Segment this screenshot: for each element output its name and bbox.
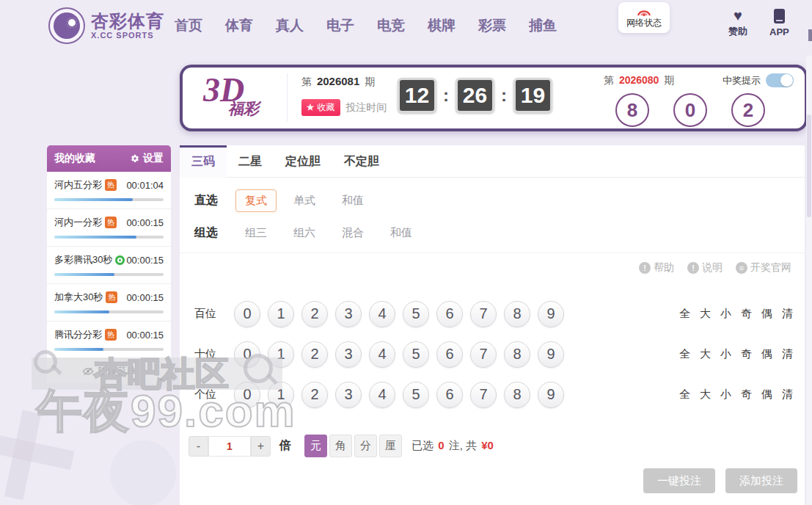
number-ball[interactable]: 5 [403,341,429,368]
toggle-knob [780,74,793,87]
win-tip-toggle[interactable] [766,73,794,87]
number-ball[interactable]: 3 [335,341,362,368]
quick-big[interactable]: 大 [700,347,711,361]
quick-even[interactable]: 偶 [761,347,772,361]
multiplier-decrease-button[interactable]: - [189,436,208,457]
number-ball[interactable]: 8 [504,341,530,368]
quick-clear[interactable]: 清 [782,347,793,361]
app-label: APP [769,26,789,37]
quick-even[interactable]: 偶 [761,307,772,321]
number-ball[interactable]: 4 [369,301,395,327]
number-ball[interactable]: 1 [268,341,294,368]
option-fushi[interactable]: 复式 [235,189,277,212]
quick-bet-button[interactable]: 一键投注 [643,468,715,493]
quick-even[interactable]: 偶 [761,388,772,402]
lottery-list-item[interactable]: 河内五分彩 热 00:01:04 [47,172,171,209]
number-ball[interactable]: 0 [234,382,260,408]
number-ball[interactable]: 2 [301,341,328,368]
number-ball[interactable]: 2 [301,301,328,327]
number-ball[interactable]: 8 [504,301,530,327]
quick-clear[interactable]: 清 [782,388,793,402]
help-link[interactable]: ! 帮助 [639,261,674,275]
quick-big[interactable]: 大 [700,307,711,321]
app-download-button[interactable]: APP [769,9,789,37]
lottery-list-item[interactable]: 腾讯分分彩 热 00:00:15 [47,321,171,359]
number-ball[interactable]: 3 [335,382,362,408]
quick-small[interactable]: 小 [720,307,731,321]
option-danshi[interactable]: 单式 [284,189,325,212]
quick-small[interactable]: 小 [720,347,731,361]
option-hezhi[interactable]: 和值 [332,189,373,212]
quick-all[interactable]: 全 [679,347,690,361]
page-scrollbar[interactable] [806,56,812,505]
number-ball[interactable]: 3 [335,301,362,327]
quick-odd[interactable]: 奇 [741,307,752,321]
nav-item-lottery[interactable]: 彩票 [478,16,506,35]
number-ball[interactable]: 6 [436,382,463,408]
lottery-name: 河内五分彩 [54,178,102,192]
quick-small[interactable]: 小 [720,388,731,402]
quick-all[interactable]: 全 [679,388,690,402]
number-ball[interactable]: 5 [403,301,429,327]
number-ball[interactable]: 1 [268,382,294,408]
number-ball[interactable]: 7 [470,341,497,368]
quick-odd[interactable]: 奇 [741,388,752,402]
lottery-list-item[interactable]: 多彩腾讯30秒 00:00:15 [47,247,171,284]
number-ball[interactable]: 2 [301,382,328,408]
number-ball[interactable]: 4 [369,382,395,408]
tab-three-digit[interactable]: 三码 [180,145,227,178]
tab-no-position[interactable]: 不定胆 [332,145,391,178]
add-bet-button[interactable]: 添加投注 [725,468,797,493]
nav-item-sports[interactable]: 体育 [225,16,253,35]
hot-badge: 热 [105,179,117,191]
sponsor-button[interactable]: ♥ 赞助 [728,9,747,38]
multiplier-increase-button[interactable]: + [251,436,271,457]
unit-jiao[interactable]: 角 [329,435,352,457]
nav-item-esports[interactable]: 电竞 [377,16,405,35]
hide-menu-button[interactable]: 隐藏菜单 [47,359,171,383]
number-ball[interactable]: 7 [470,382,497,408]
quick-odd[interactable]: 奇 [741,347,752,361]
favorite-badge[interactable]: ★ 收藏 [301,99,340,116]
lottery-list-item[interactable]: 加拿大30秒 热 00:00:15 [47,284,171,321]
help-links: ! 帮助 ! 说明 ≡ 开奖官网 [639,261,791,275]
unit-li[interactable]: 厘 [379,435,402,457]
option-zusan[interactable]: 组三 [235,222,277,244]
tab-two-star[interactable]: 二星 [227,145,274,178]
option-zu-hezhi[interactable]: 和值 [381,222,422,244]
number-ball[interactable]: 9 [538,341,564,368]
number-ball[interactable]: 0 [234,301,260,327]
number-ball[interactable]: 8 [504,382,530,408]
nav-item-cards[interactable]: 棋牌 [428,16,456,35]
number-ball[interactable]: 6 [436,301,463,327]
number-ball[interactable]: 6 [436,341,463,368]
network-status-card[interactable]: 网络状态 [618,2,670,33]
number-ball[interactable]: 5 [403,382,429,408]
settings-button[interactable]: 设置 [130,152,164,165]
quick-clear[interactable]: 清 [782,307,793,321]
option-hunhe[interactable]: 混合 [332,222,373,244]
unit-yuan[interactable]: 元 [304,435,327,457]
option-zuliu[interactable]: 组六 [284,222,325,244]
site-logo[interactable]: 杏彩体育 X.CC SPORTS [48,7,164,44]
instructions-link[interactable]: ! 说明 [687,261,723,275]
number-ball[interactable]: 4 [369,341,395,368]
nav-item-slots[interactable]: 电子 [326,16,354,35]
number-ball[interactable]: 1 [268,301,294,327]
betting-panel: 三码 二星 定位胆 不定胆 直选 复式 单式 和值 组选 组三 组六 混合 和值… [180,145,805,505]
number-ball[interactable]: 0 [234,341,260,368]
multiplier-input[interactable] [208,436,251,457]
number-ball[interactable]: 9 [538,382,564,408]
unit-fen[interactable]: 分 [354,435,377,457]
scrollbar-thumb[interactable] [807,115,811,217]
official-draw-site-link[interactable]: ≡ 开奖官网 [736,261,791,275]
nav-item-live[interactable]: 真人 [276,16,304,35]
quick-big[interactable]: 大 [700,388,711,402]
number-ball[interactable]: 7 [470,301,497,327]
nav-item-home[interactable]: 首页 [175,16,202,35]
lottery-list-item[interactable]: 河内一分彩 热 00:00:15 [47,209,171,247]
number-ball[interactable]: 9 [538,301,564,327]
quick-all[interactable]: 全 [679,307,690,321]
nav-item-fishing[interactable]: 捕鱼 [529,16,557,35]
tab-position[interactable]: 定位胆 [274,145,332,178]
